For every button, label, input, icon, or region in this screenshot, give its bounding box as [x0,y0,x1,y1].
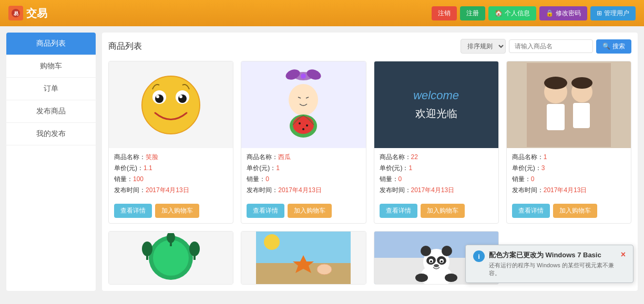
product-sales-label-1: 销量：100 [114,174,228,184]
svg-point-6 [178,95,187,103]
product-actions-4: 查看详情 加入购物车 [507,201,631,223]
product-name-2: 西瓜 [278,153,291,161]
product-image-5 [109,232,233,284]
logo-icon: 易 [8,6,23,20]
product-price-2: 1 [276,164,280,172]
product-date-2: 2017年4月13日 [278,186,322,194]
cart-button-1[interactable]: 加入购物车 [155,204,199,218]
product-sales-4: 0 [531,175,535,183]
toast-content: 配色方案已更改为 Windows 7 Basic 还有运行的程序与 Window… [489,250,617,277]
svg-point-51 [441,260,443,263]
sidebar-item-order[interactable]: 订单 [6,78,96,100]
product-grid: 商品名称：笑脸 单价(元)：1.1 销量：100 发布时间：2017年4月13日… [108,61,631,224]
svg-point-44 [421,246,431,256]
svg-rect-23 [547,104,565,130]
svg-point-52 [434,264,439,267]
product-card-5 [108,231,233,285]
cart-button-4[interactable]: 加入购物车 [553,204,597,218]
product-date-label-2: 发布时间：2017年4月13日 [247,185,360,195]
svg-point-38 [264,234,280,250]
search-button[interactable]: 🔍 搜索 [596,39,631,54]
svg-point-26 [544,77,567,89]
svg-rect-31 [146,256,148,260]
svg-point-50 [430,260,432,263]
search-area: 排序规则 🔍 搜索 [461,39,631,54]
product-info-4: 商品名称：1 单价(元)：3 销量：0 发布时间：2017年4月13日 [507,148,631,201]
home-icon: 🏠 [495,9,503,17]
svg-point-13 [289,84,318,116]
content-header: 商品列表 排序规则 🔍 搜索 [108,39,631,54]
product-info-2: 商品名称：西瓜 单价(元)：1 销量：0 发布时间：2017年4月13日 [241,148,365,201]
svg-point-40 [317,264,332,275]
profile-button[interactable]: 🏠 个人信息 [488,6,536,20]
toast-title: 配色方案已更改为 Windows 7 Basic [489,250,617,260]
manage-button[interactable]: ⊞ 管理用户 [590,6,636,20]
svg-rect-33 [193,256,196,260]
product-sales-1: 100 [133,175,144,183]
product-card-4: 商品名称：1 单价(元)：3 销量：0 发布时间：2017年4月13日 查看详情… [506,61,631,224]
product-image-3: welcome 欢迎光临 [374,61,498,148]
sidebar-item-publish[interactable]: 发布商品 [6,100,96,123]
product-sales-label-3: 销量：0 [380,174,493,184]
detail-button-1[interactable]: 查看详情 [114,204,152,218]
product-name-3: 22 [411,153,418,161]
sidebar-item-product-list[interactable]: 商品列表 [6,33,96,55]
svg-point-30 [142,242,152,256]
product-actions-1: 查看详情 加入购物车 [109,201,233,223]
svg-point-5 [155,95,163,103]
product-card-3: welcome 欢迎光临 商品名称：22 单价(元)：1 销量：0 发布时间：2… [374,61,499,224]
logo: 易 交易 [8,6,47,20]
product-image-2 [241,61,365,148]
product-card-2: 商品名称：西瓜 单价(元)：1 销量：0 发布时间：2017年4月13日 查看详… [241,61,366,224]
sort-select[interactable]: 排序规则 [461,39,506,54]
toast-close-button[interactable]: × [621,250,626,259]
sidebar-item-my-publish[interactable]: 我的发布 [6,123,96,145]
svg-point-53 [415,274,428,282]
svg-point-8 [179,95,182,98]
product-date-label-4: 发布时间：2017年4月13日 [512,185,626,195]
product-sales-3: 0 [398,175,402,183]
register-button[interactable]: 注册 [460,6,485,20]
svg-rect-21 [527,63,611,147]
cart-button-2[interactable]: 加入购物车 [288,204,332,218]
sidebar: 商品列表 购物车 订单 发布商品 我的发布 [6,33,96,291]
detail-button-4[interactable]: 查看详情 [512,204,550,218]
product-price-label-2: 单价(元)：1 [247,163,360,173]
lock-icon: 🔒 [546,9,554,17]
product-name-label-1: 商品名称：笑脸 [114,152,228,162]
cart-button-3[interactable]: 加入购物车 [421,204,465,218]
toast-subtitle: 还有运行的程序与 Windows 的某些可视元素不兼容。 [489,261,617,277]
search-icon: 🔍 [602,43,610,50]
content-title: 商品列表 [108,41,142,52]
logout-button[interactable]: 注销 [432,6,457,20]
detail-button-2[interactable]: 查看详情 [247,204,284,218]
svg-point-2 [142,76,200,134]
product-card-6 [241,231,366,285]
product-sales-label-4: 销量：0 [512,174,626,184]
product-price-1: 1.1 [144,164,152,172]
product-price-label-3: 单价(元)：1 [380,163,493,173]
toast-info-icon: i [473,250,485,262]
password-button[interactable]: 🔒 修改密码 [539,6,587,20]
grid-icon: ⊞ [597,9,602,17]
product-date-3: 2017年4月13日 [411,186,455,194]
product-name-1: 笑脸 [146,153,158,161]
search-input[interactable] [509,39,593,53]
product-name-4: 1 [544,153,547,161]
product-sales-2: 0 [265,175,269,183]
welcome-board: welcome 欢迎光临 [374,61,498,148]
svg-point-20 [302,128,304,130]
svg-text:易: 易 [14,11,18,16]
product-price-label-4: 单价(元)：3 [512,163,626,173]
detail-button-3[interactable]: 查看详情 [380,204,417,218]
sidebar-item-cart[interactable]: 购物车 [6,55,96,78]
product-actions-2: 查看详情 加入购物车 [241,201,365,223]
product-date-4: 2017年4月13日 [544,186,587,194]
svg-point-27 [571,77,592,89]
product-image-1 [109,61,233,148]
product-date-1: 2017年4月13日 [146,186,189,194]
product-name-label-2: 商品名称：西瓜 [247,152,360,162]
svg-point-7 [156,95,159,98]
svg-point-17 [293,116,314,134]
product-price-label-1: 单价(元)：1.1 [114,163,228,173]
